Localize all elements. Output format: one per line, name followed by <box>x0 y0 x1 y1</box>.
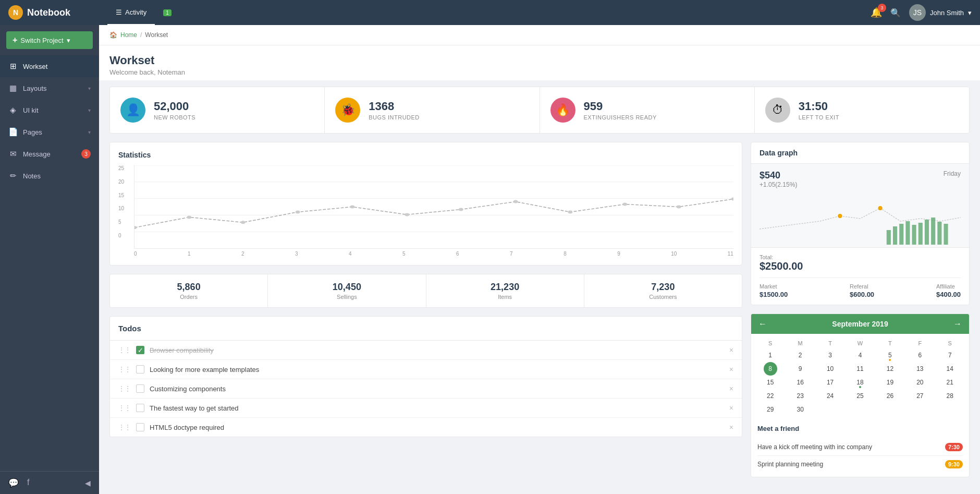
sidebar-collapse-button[interactable]: ◀ <box>85 479 91 487</box>
stat-value: 31:50 <box>799 100 839 113</box>
sidebar-item-label: UI kit <box>23 106 83 114</box>
calendar-day-16[interactable]: 16 <box>785 376 815 389</box>
calendar-next-button[interactable]: → <box>953 319 962 329</box>
calendar-day-29[interactable]: 29 <box>755 403 785 416</box>
drag-handle[interactable]: ⋮⋮ <box>118 385 131 392</box>
calendar-day-20[interactable]: 20 <box>905 376 935 389</box>
meeting-item-1: Have a kick off meeting with inc company… <box>757 439 963 456</box>
todo-checkbox[interactable]: ✓ <box>136 346 144 354</box>
calendar-day-25[interactable]: 25 <box>845 389 875 403</box>
calendar-day-28[interactable]: 28 <box>935 389 965 403</box>
items-value: 21,230 <box>433 282 578 293</box>
breadcrumb-separator: / <box>140 31 142 39</box>
user-menu[interactable]: JS John Smith ▾ <box>909 4 972 21</box>
stat-orders: 5,860 Orders <box>110 274 268 307</box>
calendar-day-6[interactable]: 6 <box>905 348 935 362</box>
todo-item: ⋮⋮ ✓ Browser compatibility × <box>110 341 742 360</box>
todo-checkbox[interactable] <box>136 404 144 412</box>
drag-handle[interactable]: ⋮⋮ <box>118 424 131 431</box>
user-name: John Smith <box>930 9 964 17</box>
items-label: Items <box>433 294 578 300</box>
drag-handle[interactable]: ⋮⋮ <box>118 404 131 412</box>
calendar-day-10[interactable]: 10 <box>815 362 845 376</box>
calendar-prev-button[interactable]: ← <box>758 319 767 329</box>
switch-project-button[interactable]: + Switch Project ▾ <box>6 31 93 49</box>
statistics-card: Statistics 0 5 10 15 20 25 <box>109 142 742 266</box>
user-dropdown-icon: ▾ <box>968 9 972 17</box>
calendar-day-21[interactable]: 21 <box>935 376 965 389</box>
calendar-day-12[interactable]: 12 <box>875 362 905 376</box>
sidebar-item-workset[interactable]: ⊞ Workset <box>0 55 99 77</box>
sidebar-item-notes[interactable]: ✏ Notes <box>0 165 99 187</box>
todo-close-button[interactable]: × <box>729 365 733 373</box>
right-column: Data graph $540 +1.05(2.15%) Friday <box>751 142 970 486</box>
svg-rect-25 <box>925 220 929 245</box>
x-label: 11 <box>728 251 733 257</box>
calendar-day-5[interactable]: 5 <box>875 348 905 362</box>
stat-card-bugs: 🐞 1368 BUGS INTRUDED <box>325 87 540 133</box>
todo-close-button[interactable]: × <box>729 384 733 393</box>
y-label: 20 <box>118 179 124 185</box>
calendar-day-13[interactable]: 13 <box>905 362 935 376</box>
facebook-icon[interactable]: f <box>27 478 29 488</box>
meeting-time: 7:30 <box>945 443 963 451</box>
todo-checkbox[interactable] <box>136 384 144 393</box>
calendar-day-30[interactable]: 30 <box>785 403 815 416</box>
sidebar-item-layouts[interactable]: ▦ Layouts ▾ <box>0 77 99 99</box>
calendar-day-11[interactable]: 11 <box>845 362 875 376</box>
calendar-day-26[interactable]: 26 <box>875 389 905 403</box>
calendar-day-27[interactable]: 27 <box>905 389 935 403</box>
data-graph-value: $540 <box>760 170 961 181</box>
svg-point-17 <box>838 214 842 218</box>
calendar-day-15[interactable]: 15 <box>755 376 785 389</box>
svg-point-14 <box>622 203 627 206</box>
calendar-day-1[interactable]: 1 <box>755 348 785 362</box>
meetings-section-title: Meet a friend <box>751 420 969 435</box>
svg-rect-28 <box>944 224 948 245</box>
y-label: 25 <box>118 165 124 171</box>
drag-handle[interactable]: ⋮⋮ <box>118 346 131 354</box>
calendar-day-23[interactable]: 23 <box>785 389 815 403</box>
layouts-icon: ▦ <box>8 83 18 93</box>
page-subtitle: Welcome back, Noteman <box>109 68 970 76</box>
calendar-day-19[interactable]: 19 <box>875 376 905 389</box>
todo-checkbox[interactable] <box>136 423 144 431</box>
tab-badge[interactable]: 1 <box>155 0 180 25</box>
calendar-day-24[interactable]: 24 <box>815 389 845 403</box>
todo-checkbox[interactable] <box>136 365 144 373</box>
page-header: Workset Welcome back, Noteman <box>99 45 980 80</box>
stat-value: 52,000 <box>154 100 195 113</box>
calendar-day-14[interactable]: 14 <box>935 362 965 376</box>
data-graph-day: Friday <box>944 170 961 177</box>
total-label: Total: <box>760 254 961 260</box>
notification-button[interactable]: 🔔 3 <box>871 7 882 18</box>
calendar-day-7[interactable]: 7 <box>935 348 965 362</box>
todo-close-button[interactable]: × <box>729 423 733 431</box>
day-header-s: S <box>755 340 785 346</box>
logo-text: Notebook <box>27 7 70 18</box>
calendar-day-4[interactable]: 4 <box>845 348 875 362</box>
breadcrumb-home[interactable]: Home <box>120 31 137 39</box>
market-label: Market <box>760 283 788 290</box>
sidebar-item-message[interactable]: ✉ Message 3 <box>0 143 99 165</box>
calendar-day-22[interactable]: 22 <box>755 389 785 403</box>
todos-card: Todos ⋮⋮ ✓ Browser compatibility × ⋮⋮ Lo… <box>109 316 742 437</box>
calendar-day-9[interactable]: 9 <box>785 362 815 376</box>
search-button[interactable]: 🔍 <box>890 8 901 18</box>
sidebar-item-uikit[interactable]: ◈ UI kit ▾ <box>0 99 99 121</box>
chat-icon[interactable]: 💬 <box>8 478 19 488</box>
calendar-day-18[interactable]: 18 <box>845 376 875 389</box>
todo-close-button[interactable]: × <box>729 346 733 354</box>
stat-info: 31:50 LEFT TO EXIT <box>799 100 839 121</box>
tab-activity[interactable]: ☰ Activity <box>107 0 155 25</box>
x-axis-labels: 0 1 2 3 4 5 6 7 8 9 10 11 <box>134 251 733 257</box>
drag-handle[interactable]: ⋮⋮ <box>118 366 131 373</box>
calendar-day-2[interactable]: 2 <box>785 348 815 362</box>
calendar-day-17[interactable]: 17 <box>815 376 845 389</box>
todo-close-button[interactable]: × <box>729 404 733 412</box>
calendar-day-3[interactable]: 3 <box>815 348 845 362</box>
calendar-day-8[interactable]: 8 <box>764 362 777 376</box>
sidebar-item-pages[interactable]: 📄 Pages ▾ <box>0 121 99 143</box>
logo-icon: N <box>8 5 23 20</box>
sidebar-item-label: Notes <box>23 172 91 180</box>
